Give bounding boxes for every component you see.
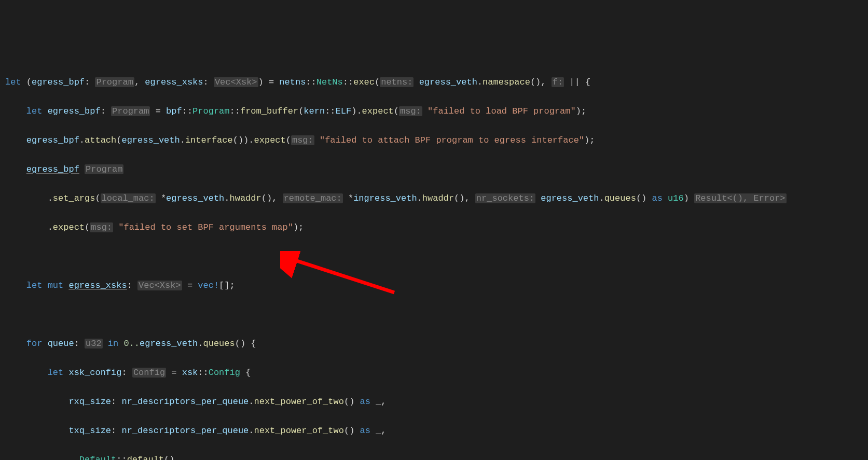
code-line[interactable]: rxq_size: nr_descriptors_per_queue.next_… xyxy=(5,395,863,409)
code-line[interactable]: egress_bpf.attach(egress_veth.interface(… xyxy=(5,133,863,148)
code-line[interactable]: let mut egress_xsks: Vec<Xsk> = vec![]; xyxy=(5,278,863,293)
code-line[interactable]: for queue: u32 in 0..egress_veth.queues(… xyxy=(5,337,863,351)
code-line[interactable]: txq_size: nr_descriptors_per_queue.next_… xyxy=(5,424,863,438)
code-line[interactable]: .expect(msg: "failed to set BPF argument… xyxy=(5,220,863,235)
keyword: let xyxy=(5,77,21,87)
code-line[interactable]: let xsk_config: Config = xsk::Config { xyxy=(5,366,863,380)
code-line[interactable]: let egress_bpf: Program = bpf::Program::… xyxy=(5,104,863,119)
param-hint: f: xyxy=(552,77,564,87)
code-line[interactable]: ..Default::default() xyxy=(5,453,863,460)
code-line[interactable]: let (egress_bpf: Program, egress_xsks: V… xyxy=(5,75,863,90)
type-hint: Program xyxy=(95,77,134,87)
code-line[interactable] xyxy=(5,308,863,322)
type-hint: Vec<Xsk> xyxy=(214,77,258,87)
code-line[interactable] xyxy=(5,249,863,264)
code-line[interactable]: egress_bpf Program xyxy=(5,162,863,177)
code-line[interactable]: .set_args(local_mac: *egress_veth.hwaddr… xyxy=(5,191,863,206)
code-editor[interactable]: let (egress_bpf: Program, egress_xsks: V… xyxy=(5,61,863,460)
param-hint: netns: xyxy=(380,77,414,87)
